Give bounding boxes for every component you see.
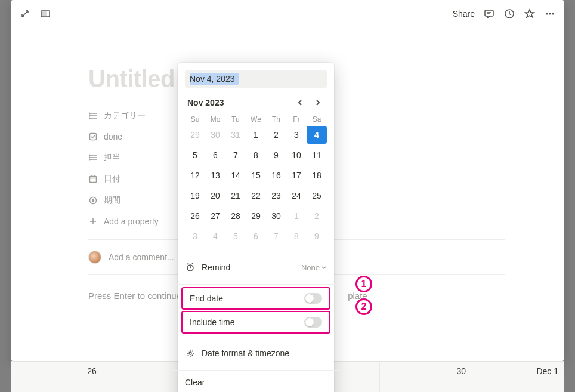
calendar-day[interactable]: 18	[307, 166, 327, 184]
calendar-day[interactable]: 9	[307, 227, 327, 245]
remind-value: None	[301, 263, 327, 272]
calendar-day[interactable]: 21	[225, 187, 246, 205]
end-date-label: End date	[190, 294, 223, 303]
date-picker: Nov 2023 SuMoTuWeThFrSa 2930311234567891…	[178, 63, 334, 392]
peek-mode-icon[interactable]	[39, 8, 51, 20]
calendar-day[interactable]: 8	[286, 227, 307, 245]
calendar-day[interactable]: 1	[246, 126, 266, 144]
next-month-button[interactable]	[311, 96, 324, 109]
calendar-day[interactable]: 3	[185, 227, 205, 245]
calendar-day[interactable]: 19	[185, 187, 205, 205]
calendar-day[interactable]: 3	[286, 126, 307, 144]
property-label: 期間	[104, 195, 120, 206]
topbar: Share	[11, 0, 564, 27]
calendar-day[interactable]: 28	[225, 207, 246, 225]
calendar-day[interactable]: 31	[225, 126, 246, 144]
comments-icon[interactable]	[483, 8, 495, 20]
add-property-button[interactable]: Add a property	[104, 217, 159, 226]
comment-placeholder: Add a comment...	[109, 252, 174, 262]
calendar-day[interactable]: 14	[225, 166, 246, 184]
calendar-strip-cell[interactable]: 26	[11, 362, 103, 392]
end-date-row[interactable]: End date	[183, 288, 329, 308]
property-label: 担当	[104, 152, 120, 163]
dow-label: Su	[185, 115, 205, 124]
end-date-highlight: End date	[181, 287, 330, 310]
svg-point-21	[89, 159, 90, 160]
calendar-strip-cell[interactable]: 30	[380, 362, 472, 392]
calendar-day[interactable]: 10	[286, 146, 307, 164]
calendar-grid: 2930311234567891011121314151617181920212…	[185, 126, 327, 245]
calendar-day[interactable]: 1	[286, 207, 307, 225]
share-button[interactable]: Share	[453, 9, 475, 18]
gear-icon	[185, 348, 196, 358]
date-input[interactable]	[185, 70, 327, 88]
dow-label: Tu	[225, 115, 246, 124]
calendar-strip-cell[interactable]: Dec 1	[472, 362, 564, 392]
calendar-day[interactable]: 12	[185, 166, 205, 184]
more-icon[interactable]	[544, 8, 556, 20]
expand-icon[interactable]	[19, 8, 31, 20]
calendar-day[interactable]: 5	[225, 227, 246, 245]
calendar-day[interactable]: 20	[205, 187, 225, 205]
calendar-day[interactable]: 7	[225, 146, 246, 164]
prev-month-button[interactable]	[293, 96, 307, 109]
calendar-day[interactable]: 17	[286, 166, 307, 184]
checkbox-icon	[88, 132, 98, 141]
calendar-day[interactable]: 4	[307, 126, 327, 144]
calendar-day[interactable]: 29	[185, 126, 205, 144]
calendar-day[interactable]: 2	[266, 126, 286, 144]
dow-label: Mo	[205, 115, 225, 124]
svg-point-19	[89, 155, 90, 155]
svg-point-6	[546, 13, 548, 15]
calendar-day[interactable]: 24	[286, 187, 307, 205]
list-icon	[88, 153, 98, 162]
calendar-day[interactable]: 29	[246, 207, 266, 225]
svg-point-12	[89, 113, 90, 113]
remind-row[interactable]: Remind None	[178, 255, 334, 279]
date-format-label: Date format & timezone	[202, 348, 289, 358]
svg-point-27	[92, 200, 94, 202]
calendar-day[interactable]: 25	[307, 187, 327, 205]
calendar-day[interactable]: 7	[266, 227, 286, 245]
calendar-day[interactable]: 22	[246, 187, 266, 205]
svg-rect-2	[485, 10, 493, 16]
svg-point-31	[189, 352, 191, 354]
include-time-row[interactable]: Include time	[183, 312, 329, 332]
date-format-row[interactable]: Date format & timezone	[178, 341, 334, 365]
month-label: Nov 2023	[187, 98, 224, 107]
calendar-day[interactable]: 9	[266, 146, 286, 164]
end-date-toggle[interactable]	[304, 293, 322, 304]
clear-row[interactable]: Clear	[178, 371, 334, 392]
calendar-day[interactable]: 27	[205, 207, 225, 225]
annotation-2: 2	[355, 298, 372, 315]
include-time-toggle[interactable]	[304, 317, 322, 328]
calendar-day[interactable]: 6	[246, 227, 266, 245]
svg-rect-22	[90, 177, 97, 183]
clear-label: Clear	[185, 378, 205, 387]
remind-label: Remind	[202, 263, 230, 272]
list-icon	[88, 111, 98, 121]
calendar-day[interactable]: 5	[185, 146, 205, 164]
include-time-label: Include time	[190, 317, 234, 327]
calendar-day[interactable]: 4	[205, 227, 225, 245]
calendar-day[interactable]: 6	[205, 146, 225, 164]
calendar-day[interactable]: 2	[307, 207, 327, 225]
calendar-day[interactable]: 30	[266, 207, 286, 225]
calendar-day[interactable]: 15	[246, 166, 266, 184]
calendar-day[interactable]: 13	[205, 166, 225, 184]
dow-label: We	[246, 115, 266, 124]
calendar-day[interactable]: 8	[246, 146, 266, 164]
svg-point-7	[549, 13, 551, 15]
calendar-day[interactable]: 30	[205, 126, 225, 144]
favorite-icon[interactable]	[524, 8, 536, 20]
svg-point-20	[89, 157, 90, 158]
calendar-day[interactable]: 23	[266, 187, 286, 205]
calendar-day[interactable]: 16	[266, 166, 286, 184]
svg-rect-1	[42, 12, 46, 16]
clock-icon	[185, 263, 196, 272]
calendar-day[interactable]: 26	[185, 207, 205, 225]
property-label: 日付	[104, 174, 120, 184]
calendar-day[interactable]: 11	[307, 146, 327, 164]
day-of-week-header: SuMoTuWeThFrSa	[185, 115, 327, 124]
updates-icon[interactable]	[503, 8, 515, 20]
